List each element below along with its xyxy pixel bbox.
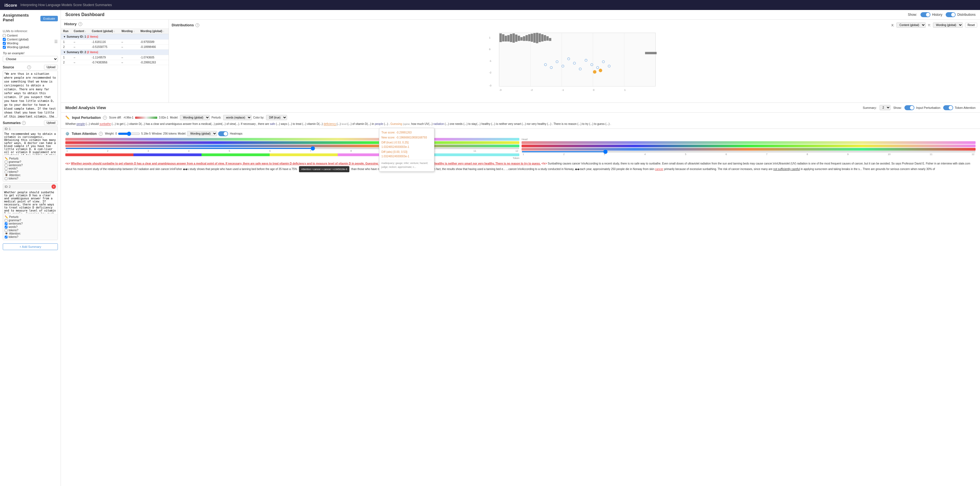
ip-model-select[interactable]: Wording (global) xyxy=(180,115,210,120)
summary-1-item: ID: 1 The recommended way to obtain a vi… xyxy=(3,126,58,182)
head-slider[interactable] xyxy=(522,151,975,152)
summary-2-close-button[interactable]: × xyxy=(51,185,56,189)
ip-word-radiation[interactable]: radiation xyxy=(433,123,444,126)
distributions-title: Distributions xyxy=(172,23,194,27)
ip-word-deficiency[interactable]: deficiency True score: -0.29991263 New s… xyxy=(324,123,337,126)
ip-word-needs[interactable]: needs xyxy=(455,123,463,126)
llm-content-global-label: Content (global) xyxy=(7,38,29,41)
llms-menu-icon[interactable]: ☰ xyxy=(54,39,58,44)
distributions-section: Distributions ? X: Content (global) Y: W… xyxy=(169,20,980,102)
perturb-1-grammar-checkbox[interactable] xyxy=(5,161,8,163)
llm-content-checkbox[interactable] xyxy=(3,34,6,37)
ip-word-ways[interactable]: ways xyxy=(281,123,287,126)
score-diff-max: 3.82e-1 xyxy=(159,116,168,119)
input-perturbation-toggle[interactable] xyxy=(904,105,915,110)
dist-y-select[interactable]: Wording (global) xyxy=(933,22,963,28)
ip-word-healthy[interactable]: healthy xyxy=(481,123,490,126)
llms-label: LLMs to inference: xyxy=(3,29,58,33)
summaries-upload-button[interactable]: Upload xyxy=(44,121,58,125)
ip-color-select[interactable]: Diff (true) xyxy=(266,115,287,120)
attention-1-label: Attention: xyxy=(9,174,21,177)
perturb-2-label: Perturb: xyxy=(9,215,19,218)
svg-text:1: 1 xyxy=(624,88,626,91)
attention-bars-right: Head 123456789101112 xyxy=(522,138,975,160)
ip-word-treat[interactable]: treat xyxy=(296,123,301,126)
example-select[interactable]: Choose xyxy=(3,56,58,62)
weight-label: Weight: xyxy=(105,132,115,135)
heatmaps-toggle[interactable] xyxy=(218,131,228,136)
evaluate-button[interactable]: Evaluate xyxy=(40,16,58,21)
ip-word-people2[interactable]: people xyxy=(375,123,383,126)
col-content-global[interactable]: Content (global) ↕ xyxy=(90,29,119,34)
source-upload-button[interactable]: Upload xyxy=(44,65,58,70)
weight-slider[interactable] xyxy=(118,132,140,136)
token-end-tag: </s> xyxy=(541,162,547,165)
perturb-1-tokens-checkbox[interactable] xyxy=(5,170,8,173)
ip-word-sunbathe[interactable]: sunbathe xyxy=(99,123,111,126)
ip-word-healthy2[interactable]: healthy xyxy=(537,123,546,126)
history-help-icon[interactable]: ? xyxy=(78,22,82,26)
ip-word-people[interactable]: people xyxy=(77,123,85,126)
col-content[interactable]: Content ↕ xyxy=(72,29,89,34)
svg-rect-16 xyxy=(523,36,525,41)
history-toggle-switch[interactable] xyxy=(921,12,931,17)
summary-1-textarea[interactable]: The recommended way to obtain a vitamin … xyxy=(3,131,57,155)
ip-perturb-select[interactable]: words (replace) xyxy=(223,115,251,120)
token-bar xyxy=(65,153,519,156)
llm-content-global-checkbox[interactable] xyxy=(3,38,6,41)
distributions-help-icon[interactable]: ? xyxy=(196,23,199,27)
add-summary-button[interactable]: + Add Summary xyxy=(3,244,58,250)
llm-wording-global-label: Wording (global) xyxy=(7,45,29,49)
perturb-2-grammar-checkbox[interactable] xyxy=(5,219,8,222)
dist-reset-button[interactable]: Reset xyxy=(965,23,977,27)
ip-word-guessing[interactable]: Guessing xyxy=(390,123,402,126)
svg-rect-8 xyxy=(502,34,504,41)
table-row: 2–-0.74383956–-0.29991263 xyxy=(61,60,169,65)
perturb-2-words-checkbox[interactable] xyxy=(5,226,8,228)
col-run[interactable]: Run xyxy=(61,29,72,34)
svg-rect-15 xyxy=(520,37,523,41)
summaries-help-icon[interactable]: ? xyxy=(22,121,26,125)
source-textarea[interactable]: "We are thus in a situation where people… xyxy=(3,71,58,118)
ip-word-get[interactable]: get xyxy=(119,123,124,126)
perturb-2-tokens-checkbox[interactable] xyxy=(5,229,8,232)
perturb-1-words-checkbox[interactable] xyxy=(5,167,8,170)
ip-word-guess[interactable]: guess xyxy=(597,123,605,126)
llm-wording-label: Wording xyxy=(7,41,18,45)
col-wording[interactable]: Wording ↕ xyxy=(119,29,138,34)
ta-help-icon[interactable]: ? xyxy=(99,132,103,136)
perturb-2-sentences-checkbox[interactable] xyxy=(5,222,8,225)
attention-1-tokens-checkbox[interactable] xyxy=(5,177,8,180)
svg-rect-24 xyxy=(544,35,546,41)
svg-rect-9 xyxy=(505,36,507,41)
ip-word-safe[interactable]: safe xyxy=(270,123,275,126)
token-text-area: <s> Whether people should sunbathe to ge… xyxy=(65,161,975,172)
llm-wording-checkbox[interactable] xyxy=(3,42,6,45)
ip-help-icon[interactable]: ? xyxy=(103,116,107,120)
weight-min: 0 xyxy=(115,132,117,135)
ip-word-reason[interactable]: reason xyxy=(568,123,577,126)
layer-slider[interactable] xyxy=(65,148,519,149)
model-analysis-title: Model Analysis View xyxy=(65,105,106,110)
ip-text-area: Whether people (...) should sunbathe (..… xyxy=(65,122,975,126)
source-help-icon[interactable]: ? xyxy=(27,65,31,69)
perturb-1-sentences-checkbox[interactable] xyxy=(5,164,8,167)
col-wording-global[interactable]: Wording (global) ↕ xyxy=(138,29,169,34)
summary-select[interactable]: 2 xyxy=(880,105,891,110)
ip-word-smart[interactable]: smart xyxy=(514,123,521,126)
token-attention-toggle[interactable] xyxy=(943,105,953,110)
ip-color-label: Color by: xyxy=(253,116,264,119)
head-bar-1 xyxy=(522,141,975,144)
ta-model-select[interactable]: Wording (global) xyxy=(187,131,217,136)
ip-word-whether[interactable]: Whether xyxy=(65,123,77,126)
summary-2-textarea[interactable]: Whether people should sunbathe to get vi… xyxy=(3,190,57,213)
show-label: Show: xyxy=(908,13,917,17)
model-analysis-section: Model Analysis View Summary: 2 Show: Inp… xyxy=(61,103,980,486)
dist-x-select[interactable]: Content (global) xyxy=(896,22,926,28)
heatmaps-label: Heatmaps xyxy=(230,132,242,135)
llm-wording-global-checkbox[interactable] xyxy=(3,46,6,49)
ip-word-try[interactable]: try xyxy=(585,123,588,126)
attention-2-tokens-checkbox[interactable] xyxy=(5,236,8,238)
attention-tooltip: Attention • cancer » cancer • 4.845618e-… xyxy=(299,166,349,172)
distributions-toggle-switch[interactable] xyxy=(946,12,956,17)
